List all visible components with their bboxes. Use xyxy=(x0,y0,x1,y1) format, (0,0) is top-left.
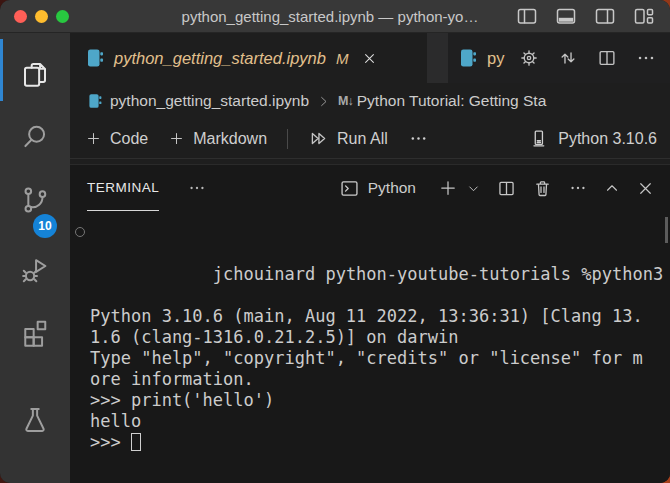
notebook-icon xyxy=(458,48,478,68)
terminal-line: 1.6 (clang-1316.0.21.2.5)] on darwin xyxy=(90,327,660,348)
terminal-line: ore information. xyxy=(90,369,660,390)
activity-bar: 10 xyxy=(0,33,70,483)
run-and-debug-icon[interactable] xyxy=(17,252,53,288)
command-decoration-icon[interactable] xyxy=(75,227,85,237)
terminal-cursor xyxy=(131,433,141,451)
chevron-down-icon[interactable] xyxy=(466,181,481,196)
maximize-panel-icon[interactable] xyxy=(603,179,621,197)
notebook-toolbar: Code Markdown Run All xyxy=(70,119,670,159)
editor-tab-strip: python_getting_started.ipynb M py xyxy=(70,33,670,83)
extensions-icon[interactable] xyxy=(17,314,53,350)
breadcrumb: python_getting_started.ipynb M↓ Python T… xyxy=(70,83,670,119)
terminal-command-line: jchouinard python-youtube-tutorials %pyt… xyxy=(90,222,660,306)
titlebar: python_getting_started.ipynb — python-yo… xyxy=(0,0,670,33)
tab-label: python_getting_started.ipynb xyxy=(114,49,326,68)
kernel-label: Python 3.10.6 xyxy=(558,130,657,148)
close-window-button[interactable] xyxy=(14,10,27,23)
split-terminal-icon[interactable] xyxy=(496,178,517,199)
tab-strip-filler xyxy=(427,33,448,83)
window-title: python_getting_started.ipynb — python-yo… xyxy=(165,8,495,25)
add-markdown-cell-button[interactable]: Markdown xyxy=(168,130,267,148)
explorer-icon[interactable] xyxy=(17,57,53,93)
kill-terminal-icon[interactable] xyxy=(532,178,553,199)
close-tab-icon[interactable] xyxy=(361,50,378,67)
run-all-button[interactable]: Run All xyxy=(308,128,388,149)
terminal-prompt-line[interactable]: >>> xyxy=(90,432,660,453)
chevron-right-icon xyxy=(316,94,331,109)
breadcrumb-file[interactable]: python_getting_started.ipynb xyxy=(110,92,309,110)
git-modified-badge: M xyxy=(336,50,349,67)
tab-notebook-active[interactable]: python_getting_started.ipynb M xyxy=(70,33,427,83)
source-control-badge: 10 xyxy=(33,214,57,238)
search-icon[interactable] xyxy=(17,119,53,155)
gear-icon[interactable] xyxy=(518,47,540,69)
notebook-icon xyxy=(85,48,105,68)
terminal-scrollbar[interactable] xyxy=(665,217,668,243)
toolbar-divider xyxy=(287,129,288,149)
terminal-shell-icon xyxy=(339,178,360,199)
terminal-line: Python 3.10.6 (main, Aug 11 2022, 13:36:… xyxy=(90,306,660,327)
terminal-output: jchouinard python-youtube-tutorials %pyt… xyxy=(70,211,670,483)
more-actions-icon[interactable] xyxy=(568,178,588,198)
toggle-panel-icon[interactable] xyxy=(554,4,578,28)
kernel-environment-icon xyxy=(528,128,549,149)
more-actions-icon[interactable] xyxy=(408,128,429,149)
run-all-label: Run All xyxy=(337,130,388,148)
terminal-line: hello xyxy=(90,411,660,432)
plus-icon xyxy=(85,130,102,147)
arrow-swap-icon[interactable] xyxy=(557,47,579,69)
breadcrumb-cell[interactable]: Python Tutorial: Getting Sta xyxy=(357,92,547,110)
editor-actions xyxy=(512,47,670,69)
testing-icon[interactable] xyxy=(17,402,53,438)
tab-terminal[interactable]: TERMINAL xyxy=(87,165,159,211)
new-terminal-icon[interactable] xyxy=(438,178,458,198)
panel-header: TERMINAL Python xyxy=(70,165,670,211)
markdown-cell-icon: M↓ xyxy=(338,94,353,108)
tab-label: py xyxy=(487,49,504,68)
minimize-window-button[interactable] xyxy=(35,10,48,23)
add-markdown-label: Markdown xyxy=(193,130,267,148)
terminal-actions: Python xyxy=(339,178,655,199)
panel-more-icon[interactable] xyxy=(187,178,207,198)
customize-layout-icon[interactable] xyxy=(632,4,656,28)
plus-icon xyxy=(168,130,185,147)
active-item-indicator xyxy=(0,39,3,101)
run-all-icon xyxy=(308,128,329,149)
close-panel-icon[interactable] xyxy=(636,179,655,198)
terminal-panel: TERMINAL Python xyxy=(70,164,670,483)
layout-controls xyxy=(515,4,670,28)
vscode-window: python_getting_started.ipynb — python-yo… xyxy=(0,0,670,483)
zoom-window-button[interactable] xyxy=(56,10,69,23)
more-actions-icon[interactable] xyxy=(635,47,657,69)
terminal-line: >>> print('hello') xyxy=(90,390,660,411)
tab-notebook-second[interactable]: py xyxy=(448,33,512,83)
editor-group-2: py xyxy=(448,33,670,83)
shell-selector[interactable]: Python xyxy=(339,178,416,199)
kernel-picker[interactable]: Python 3.10.6 xyxy=(528,128,670,149)
add-code-label: Code xyxy=(110,130,148,148)
traffic-lights xyxy=(14,10,69,23)
toggle-primary-sidebar-icon[interactable] xyxy=(515,4,539,28)
source-control-icon[interactable] xyxy=(17,182,53,218)
notebook-icon xyxy=(87,93,103,109)
add-code-cell-button[interactable]: Code xyxy=(85,130,148,148)
terminal-line: Type "help", "copyright", "credits" or "… xyxy=(90,348,660,369)
toggle-secondary-sidebar-icon[interactable] xyxy=(593,4,617,28)
split-editor-icon[interactable] xyxy=(596,47,618,69)
shell-label: Python xyxy=(368,179,416,197)
